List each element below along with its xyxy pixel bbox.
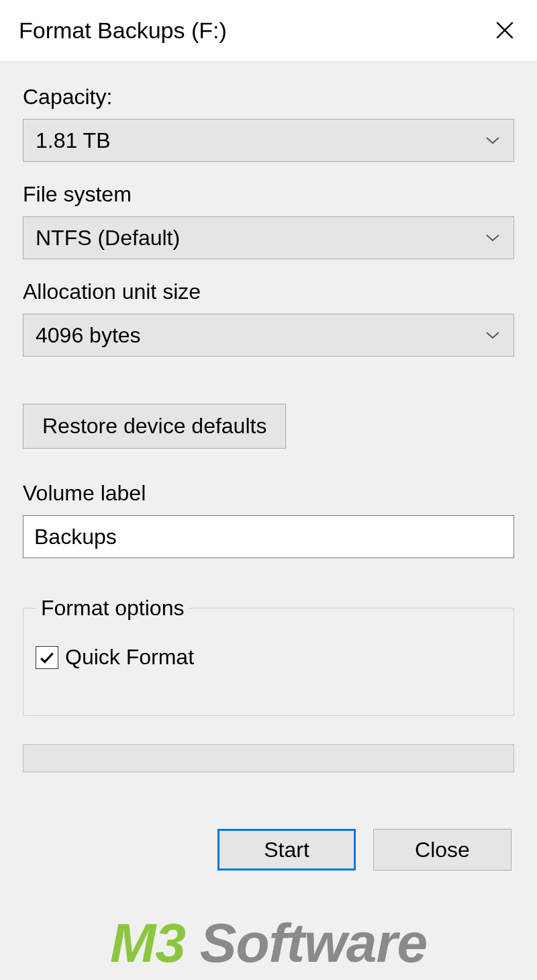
close-button[interactable]: Close <box>373 829 511 871</box>
capacity-value: 1.81 TB <box>36 128 484 153</box>
format-options-legend: Format options <box>36 596 189 621</box>
restore-row: Restore device defaults <box>23 404 514 449</box>
dialog-title: Format Backups (F:) <box>19 17 227 44</box>
quick-format-row: Quick Format <box>36 645 501 670</box>
capacity-label: Capacity: <box>23 85 514 109</box>
progress-bar <box>23 744 514 772</box>
button-row: Start Close <box>23 829 514 871</box>
start-button[interactable]: Start <box>217 829 356 871</box>
quick-format-checkbox[interactable] <box>36 646 58 669</box>
chevron-down-icon <box>484 132 501 149</box>
format-dialog: Format Backups (F:) Capacity: 1.81 TB Fi… <box>0 0 537 980</box>
filesystem-dropdown[interactable]: NTFS (Default) <box>23 216 514 259</box>
volume-group: Volume label <box>23 481 514 558</box>
chevron-down-icon <box>484 229 501 247</box>
filesystem-label: File system <box>23 182 514 207</box>
allocation-dropdown[interactable]: 4096 bytes <box>23 314 514 357</box>
allocation-label: Allocation unit size <box>23 279 514 304</box>
filesystem-value: NTFS (Default) <box>36 226 484 251</box>
volume-label: Volume label <box>23 481 514 506</box>
chevron-down-icon <box>484 326 501 344</box>
format-options-fieldset: Format options Quick Format <box>23 596 514 716</box>
quick-format-label: Quick Format <box>65 645 194 670</box>
titlebar: Format Backups (F:) <box>0 0 537 60</box>
close-icon[interactable] <box>491 17 518 44</box>
capacity-dropdown[interactable]: 1.81 TB <box>23 119 514 162</box>
allocation-group: Allocation unit size 4096 bytes <box>23 279 514 357</box>
capacity-group: Capacity: 1.81 TB <box>23 85 514 162</box>
allocation-value: 4096 bytes <box>36 323 484 348</box>
volume-label-input[interactable] <box>23 515 514 558</box>
restore-defaults-button[interactable]: Restore device defaults <box>23 404 286 449</box>
filesystem-group: File system NTFS (Default) <box>23 182 514 259</box>
dialog-body: Capacity: 1.81 TB File system NTFS (Defa… <box>0 60 537 980</box>
